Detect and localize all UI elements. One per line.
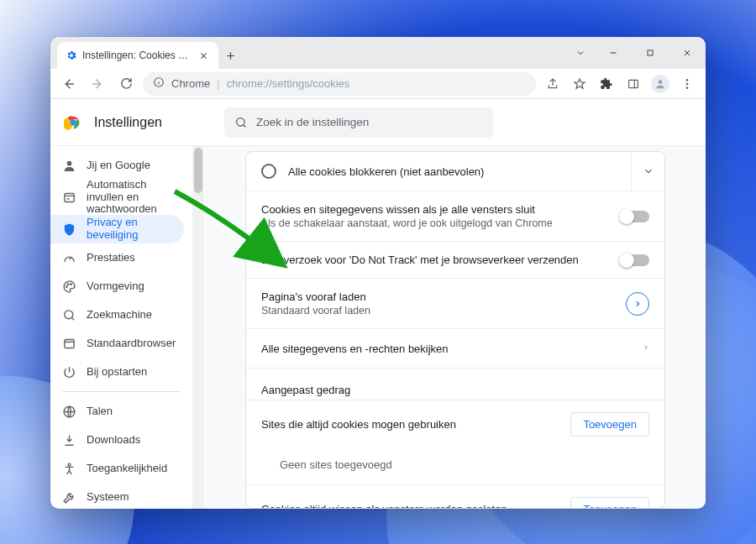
svg-point-10 [237, 118, 244, 125]
svg-rect-0 [648, 50, 653, 55]
tab-title: Instellingen: Cookies en andere s [82, 50, 192, 61]
option-do-not-track: Een verzoek voor 'Do Not Track' met je b… [246, 241, 664, 278]
link-all-site-data[interactable]: Alle sitegegevens en -rechten bekijken [246, 328, 664, 368]
reload-button[interactable] [114, 72, 138, 96]
sidebar-item-downloads[interactable]: Downloads [50, 426, 192, 454]
sidebar: Jij en Google Automatisch invullen en wa… [50, 146, 205, 509]
sidebar-item-autofill[interactable]: Automatisch invullen en wachtwoorden [50, 180, 192, 215]
svg-point-16 [65, 310, 73, 318]
shield-icon [62, 222, 76, 237]
expand-button[interactable] [631, 152, 664, 191]
autofill-icon [62, 191, 76, 205]
titlebar: Instellingen: Cookies en andere s [50, 37, 706, 69]
browser-icon [62, 337, 76, 351]
sidebar-scrollbar[interactable] [192, 146, 204, 509]
chrome-window: Instellingen: Cookies en andere s Chrome… [50, 37, 706, 509]
browser-tab[interactable]: Instellingen: Cookies en andere s [57, 42, 218, 69]
omnibox-host: Chrome [171, 77, 210, 90]
section-allow-cookies: Sites die altijd cookies mogen gebruiken… [246, 400, 664, 448]
svg-point-15 [71, 283, 71, 284]
add-allow-site-button[interactable]: Toevoegen [570, 412, 649, 437]
option-clear-on-close: Cookies en sitegegevens wissen als je al… [246, 191, 664, 241]
sidebar-item-languages[interactable]: Talen [50, 397, 192, 426]
forward-button[interactable] [86, 72, 109, 96]
chrome-logo-icon [64, 113, 82, 132]
tab-search-button[interactable] [566, 37, 595, 69]
tab-close-button[interactable] [197, 49, 210, 62]
bookmark-icon[interactable] [568, 72, 591, 96]
profile-avatar[interactable] [648, 72, 672, 96]
palette-icon [62, 280, 76, 294]
svg-point-6 [686, 86, 689, 89]
toggle-do-not-track[interactable] [621, 254, 649, 266]
section-clear-on-close-sites: Cookies altijd wissen als vensters worde… [246, 484, 664, 509]
search-icon [62, 308, 76, 322]
search-placeholder: Zoek in de instellingen [256, 116, 369, 128]
power-icon [62, 365, 76, 379]
preload-details-button[interactable] [626, 292, 649, 316]
page-title: Instellingen [94, 115, 162, 130]
svg-rect-12 [65, 193, 74, 201]
heading-custom-behaviour: Aangepast gedrag [246, 368, 664, 400]
settings-search-input[interactable]: Zoek in de instellingen [224, 107, 493, 138]
extensions-icon[interactable] [595, 72, 618, 96]
back-button[interactable] [57, 72, 81, 96]
browser-toolbar: Chrome | chrome://settings/cookies [50, 69, 706, 99]
close-window-button[interactable] [669, 37, 706, 69]
svg-point-4 [686, 79, 689, 81]
svg-point-11 [67, 160, 72, 165]
sidebar-item-performance[interactable]: Prestaties [50, 243, 192, 272]
globe-icon [62, 405, 76, 419]
option-block-all-cookies[interactable]: Alle cookies blokkeren (niet aanbevolen) [246, 152, 664, 191]
omnibox-path: chrome://settings/cookies [227, 77, 350, 90]
settings-header: Instellingen Zoek in de instellingen [50, 99, 706, 146]
site-info-icon[interactable] [153, 76, 165, 91]
add-clear-site-button[interactable]: Toevoegen [570, 497, 649, 509]
svg-point-3 [659, 80, 663, 84]
radio-icon[interactable] [261, 164, 276, 179]
window-controls [566, 37, 706, 69]
maximize-button[interactable] [632, 37, 669, 69]
sidebar-item-on-startup[interactable]: Bij opstarten [50, 358, 192, 386]
svg-point-14 [67, 283, 68, 284]
chrome-menu-button[interactable] [675, 72, 699, 96]
settings-content: Alle cookies blokkeren (niet aanbevolen)… [205, 146, 706, 509]
empty-allow-sites: Geen sites toegevoegd [246, 448, 664, 484]
sidebar-item-system[interactable]: Systeem [50, 483, 192, 509]
side-panel-icon[interactable] [622, 72, 645, 96]
address-bar[interactable]: Chrome | chrome://settings/cookies [143, 72, 536, 96]
sidebar-item-privacy[interactable]: Privacy en beveiliging [50, 215, 184, 243]
option-preload-pages[interactable]: Pagina's vooraf laden Standaard vooraf l… [246, 278, 664, 328]
sidebar-item-search-engine[interactable]: Zoekmachine [50, 301, 192, 329]
sidebar-item-default-browser[interactable]: Standaardbrowser [50, 329, 192, 358]
speedometer-icon [62, 251, 76, 265]
wrench-icon [62, 490, 76, 505]
svg-point-5 [686, 82, 689, 85]
person-icon [62, 159, 76, 173]
search-icon [234, 116, 248, 129]
minimize-button[interactable] [595, 37, 632, 69]
download-icon [62, 433, 76, 447]
new-tab-button[interactable] [218, 42, 242, 69]
sidebar-item-accessibility[interactable]: Toegankelijkheid [50, 454, 192, 483]
sidebar-item-you-and-google[interactable]: Jij en Google [50, 151, 192, 180]
gear-icon [66, 50, 77, 61]
svg-point-19 [68, 463, 71, 466]
share-icon[interactable] [541, 72, 564, 96]
chevron-right-icon [643, 341, 649, 356]
svg-rect-17 [65, 339, 74, 348]
toggle-clear-on-close[interactable] [621, 211, 649, 222]
svg-point-13 [66, 285, 67, 286]
sidebar-item-appearance[interactable]: Vormgeving [50, 272, 192, 301]
accessibility-icon [62, 462, 76, 476]
svg-rect-2 [629, 80, 638, 87]
